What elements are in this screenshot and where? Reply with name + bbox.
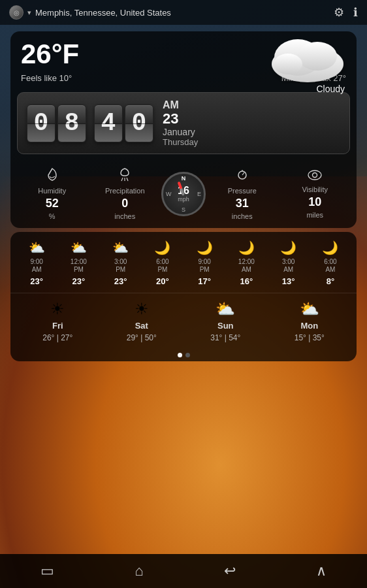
current-weather: 26°F Cloudy: [10, 31, 357, 72]
app-icon: ◎: [9, 5, 24, 20]
daily-icon: ☀: [135, 300, 149, 318]
hourly-item: 🌙 12:00AM 16°: [225, 240, 267, 286]
forecast-card: ⛅ 9:00AM 23° ⛅ 12:00PM 23° ⛅ 3:00PM 23° …: [10, 232, 357, 361]
daily-row: ☀ Fri 26° | 27° ☀ Sat 29° | 50° ⛅ Sun 31…: [10, 293, 357, 349]
daily-day: Sun: [217, 321, 234, 331]
svg-point-10: [308, 171, 321, 180]
daily-temps: 15° | 35°: [295, 333, 325, 342]
hourly-icon: ⛅: [29, 240, 45, 255]
top-bar-left: ◎ ▾ Memphis, Tennessee, United States: [9, 5, 171, 20]
pressure-unit: inches: [232, 212, 253, 220]
daily-icon: ☀: [50, 300, 65, 318]
humidity-stat: Humidity 52 %: [16, 167, 89, 220]
pressure-label: Pressure: [228, 187, 257, 195]
visibility-icon: [308, 169, 322, 184]
daily-item: ⛅ Sun 31° | 54°: [184, 300, 268, 342]
precip-label: Precipitation: [105, 187, 145, 195]
hourly-icon: 🌙: [280, 240, 296, 255]
hourly-item: ⛅ 9:00AM 23°: [16, 240, 57, 286]
svg-line-4: [121, 178, 123, 181]
humidity-value: 52: [46, 197, 59, 210]
stats-row: Humidity 52 % Precipitation 0 inches N S…: [10, 161, 357, 228]
dot-1[interactable]: [178, 353, 182, 357]
am-pm: AM: [163, 99, 179, 111]
recents-button[interactable]: ▭: [40, 563, 54, 580]
svg-line-6: [127, 178, 128, 181]
humidity-icon: [46, 167, 59, 185]
top-bar: ◎ ▾ Memphis, Tennessee, United States ⚙ …: [0, 0, 367, 25]
clock-date: 23: [163, 111, 178, 127]
hourly-time: 9:00PM: [198, 258, 210, 274]
pressure-value: 31: [236, 197, 249, 210]
precip-value: 0: [121, 197, 128, 210]
hour-digits: 0 8: [27, 105, 86, 142]
minute-tens: 4: [94, 105, 123, 142]
daily-item: ☀ Sat 29° | 50°: [100, 300, 184, 342]
dot-2[interactable]: [185, 353, 190, 357]
daily-temps: 31° | 54°: [210, 333, 240, 342]
hour-ones: 8: [57, 105, 86, 142]
more-button[interactable]: ∧: [316, 563, 327, 580]
visibility-stat: Visibility 10 miles: [279, 169, 352, 219]
daily-temps: 29° | 50°: [127, 333, 157, 342]
daily-temps: 26° | 27°: [42, 333, 72, 342]
hourly-temp: 13°: [282, 276, 295, 286]
nav-bar: ▭ ⌂ ↩ ∧: [0, 554, 367, 588]
precip-unit: inches: [114, 212, 135, 220]
visibility-value: 10: [308, 195, 321, 209]
wind-unit: mph: [178, 196, 189, 203]
top-bar-right: ⚙ ℹ: [334, 5, 358, 20]
daily-item: ⛅ Mon 15° | 35°: [268, 300, 352, 342]
pressure-icon: [236, 167, 249, 185]
hourly-temp: 17°: [198, 276, 211, 286]
svg-point-2: [298, 42, 337, 71]
hourly-item: 🌙 6:00PM 20°: [142, 240, 184, 286]
hourly-time: 9:00AM: [30, 258, 42, 274]
condition-label: Cloudy: [316, 84, 345, 94]
daily-day: Mon: [300, 321, 318, 331]
cloud-image: [252, 31, 350, 84]
home-button[interactable]: ⌂: [135, 563, 143, 580]
clock-section: 0 8 4 0 AM 23 January Thursday: [17, 92, 350, 154]
compass-west: W: [166, 191, 172, 197]
daily-item: ☀ Fri 26° | 27°: [16, 300, 100, 342]
svg-point-11: [313, 173, 317, 178]
hourly-row: ⛅ 9:00AM 23° ⛅ 12:00PM 23° ⛅ 3:00PM 23° …: [10, 232, 357, 293]
clock-day: Thursday: [163, 137, 198, 147]
precip-icon: [118, 167, 131, 185]
hourly-icon: 🌙: [154, 240, 170, 255]
hour-tens: 0: [27, 105, 56, 142]
hourly-icon: 🌙: [322, 240, 338, 255]
clock-month: January: [163, 127, 195, 137]
hourly-temp: 23°: [30, 276, 43, 286]
info-icon[interactable]: ℹ: [353, 5, 358, 20]
hourly-item: 🌙 9:00PM 17°: [184, 240, 225, 286]
back-button[interactable]: ↩: [224, 563, 236, 580]
feels-like: Feels like 10°: [21, 73, 72, 83]
visibility-unit: miles: [306, 211, 323, 219]
current-temp: 26°F: [21, 41, 79, 68]
settings-icon[interactable]: ⚙: [334, 5, 344, 20]
hourly-temp: 20°: [156, 276, 169, 286]
daily-icon: ⛅: [215, 300, 235, 318]
svg-point-3: [274, 54, 302, 74]
humidity-label: Humidity: [38, 187, 66, 195]
compass-north: N: [182, 175, 186, 182]
daily-day: Sat: [135, 321, 148, 331]
hourly-item: ⛅ 12:00PM 23°: [57, 240, 99, 286]
hourly-time: 12:00PM: [71, 258, 87, 274]
hourly-time: 12:00AM: [238, 258, 255, 274]
main-weather-card: 26°F Cloudy: [10, 31, 357, 228]
hourly-temp: 8°: [327, 276, 334, 286]
location-arrow: ▾: [27, 8, 31, 17]
page-dots: [10, 349, 357, 361]
hourly-item: ⛅ 3:00PM 23°: [100, 240, 142, 286]
minute-digits: 4 0: [94, 105, 153, 142]
svg-line-9: [242, 172, 244, 175]
hourly-icon: 🌙: [238, 240, 255, 255]
hourly-time: 6:00PM: [156, 258, 168, 274]
hourly-icon: ⛅: [71, 240, 87, 255]
pressure-stat: Pressure 31 inches: [206, 167, 279, 220]
minute-ones: 0: [125, 105, 153, 142]
location-text: Memphis, Tennessee, United States: [35, 8, 171, 18]
